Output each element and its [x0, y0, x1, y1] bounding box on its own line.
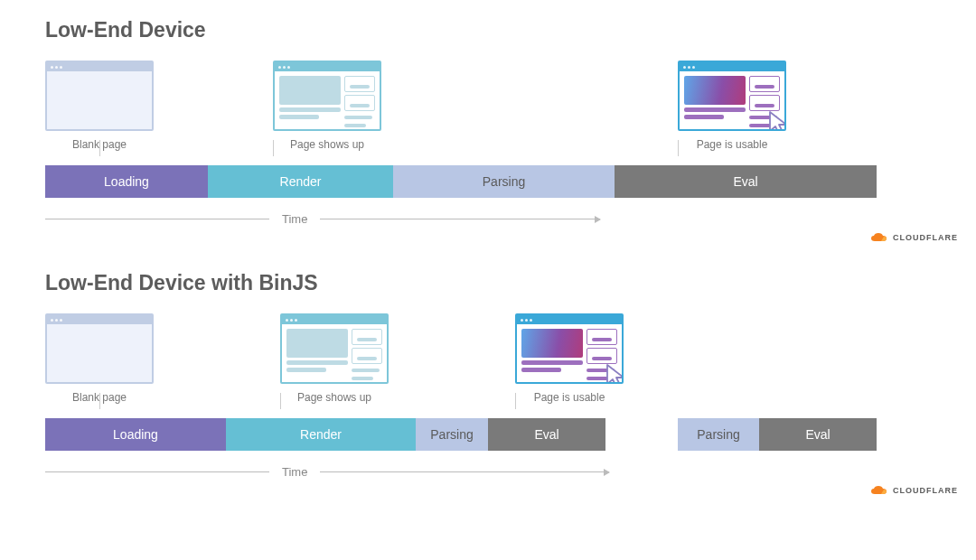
axis-label: Time: [282, 212, 307, 226]
brand-logo: CLOUDFLARE: [869, 231, 958, 244]
thumb-caption: Page is usable: [678, 138, 786, 151]
browser-window-icon: [45, 61, 154, 131]
thumb-wireframe: Page shows up: [273, 61, 381, 151]
thumbnail-row: Blank page Page shows up: [45, 61, 931, 160]
browser-window-icon: [273, 61, 381, 131]
browser-window-icon: [45, 313, 154, 384]
thumb-usable: Page is usable: [515, 313, 624, 404]
thumb-wireframe: Page shows up: [280, 313, 389, 404]
segment-render: Render: [208, 165, 393, 198]
thumb-caption: Page shows up: [273, 138, 381, 151]
thumb-blank: Blank page: [45, 313, 154, 404]
thumb-caption: Page is usable: [515, 391, 624, 404]
diagram-section-binjs: Low-End Device with BinJS Blank page: [45, 271, 931, 479]
section-title: Low-End Device with BinJS: [45, 271, 931, 295]
segment-parsing: Parsing: [393, 165, 615, 198]
segment-loading: Loading: [45, 418, 226, 451]
segment-parsing: Parsing: [416, 418, 488, 451]
cursor-icon: [766, 109, 786, 131]
brand-text: CLOUDFLARE: [893, 233, 958, 242]
cloud-icon: [869, 484, 889, 497]
time-axis: Time: [45, 465, 931, 479]
segment-eval: Eval: [759, 418, 877, 451]
cursor-icon: [604, 362, 624, 384]
browser-window-icon: [280, 313, 389, 384]
cloud-icon: [869, 231, 889, 244]
brand-text: CLOUDFLARE: [893, 486, 958, 495]
brand-logo: CLOUDFLARE: [869, 484, 958, 497]
timeline-bar: Loading Render Parsing Eval Parsing Eval: [45, 418, 877, 451]
segment-loading: Loading: [45, 165, 208, 198]
segment-gap: [605, 418, 678, 451]
segment-eval: Eval: [488, 418, 605, 451]
timeline-bar: Loading Render Parsing Eval: [45, 165, 877, 198]
section-title: Low-End Device: [45, 18, 931, 42]
browser-window-icon: [678, 61, 786, 131]
thumb-caption: Page shows up: [280, 391, 389, 404]
axis-label: Time: [282, 465, 307, 479]
thumb-usable: Page is usable: [678, 61, 786, 151]
thumbnail-row: Blank page Page shows up: [45, 313, 931, 413]
thumb-blank: Blank page: [45, 61, 154, 151]
browser-window-icon: [515, 313, 624, 384]
diagram-section-lowend: Low-End Device Blank page: [45, 18, 931, 226]
segment-eval: Eval: [615, 165, 877, 198]
time-axis: Time: [45, 212, 931, 226]
segment-render: Render: [226, 418, 416, 451]
segment-parsing: Parsing: [678, 418, 759, 451]
